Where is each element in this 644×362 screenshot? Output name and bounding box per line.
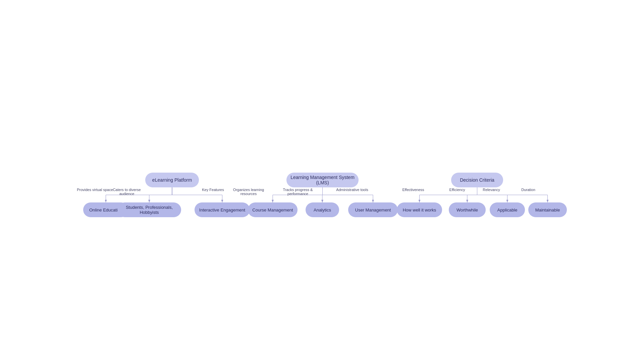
edge-label-decision-3: Duration: [506, 188, 550, 192]
edge-label-lms-2: Administrative tools: [330, 188, 374, 192]
root-node-elearning[interactable]: eLearning Platform: [145, 173, 199, 187]
edge-label-elearning-0: Provides virtual space: [73, 188, 117, 192]
child-node-lms-2[interactable]: User Management: [348, 202, 398, 217]
child-node-lms-0[interactable]: Course Management: [248, 202, 298, 217]
edge-label-decision-1: Efficiency: [435, 188, 479, 192]
edge-label-lms-0: Organizes learning resources: [227, 188, 270, 196]
diagram-container: eLearning PlatformOnline EducationProvid…: [0, 0, 644, 362]
child-node-decision-1[interactable]: Worthwhile: [449, 202, 486, 217]
edge-label-decision-0: Effectiveness: [391, 188, 435, 192]
child-node-lms-1[interactable]: Analytics: [306, 202, 339, 217]
child-node-decision-2[interactable]: Applicable: [490, 202, 525, 217]
edge-label-elearning-1: Caters to diverse audience: [105, 188, 149, 196]
root-node-lms[interactable]: Learning Management System (LMS): [286, 173, 359, 187]
edge-label-lms-1: Tracks progress & performance: [276, 188, 320, 196]
edge-label-decision-2: Relevancy: [470, 188, 513, 192]
child-node-decision-3[interactable]: Maintainable: [528, 202, 567, 217]
edge-label-elearning-2: Key Features: [191, 188, 235, 192]
child-node-elearning-2[interactable]: Interactive Engagement: [195, 202, 250, 217]
child-node-elearning-1[interactable]: Students, Professionals, Hobbyists: [117, 202, 181, 217]
child-node-decision-0[interactable]: How well it works: [397, 202, 442, 217]
root-node-decision[interactable]: Decision Criteria: [451, 173, 503, 187]
